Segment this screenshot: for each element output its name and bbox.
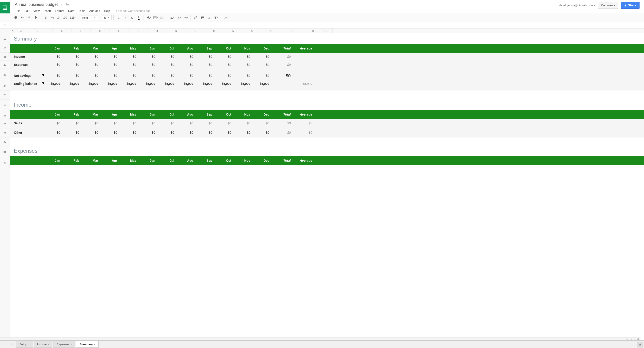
cell[interactable]: $0 — [62, 131, 82, 134]
increase-decimal-button[interactable]: .00→ — [63, 15, 69, 21]
cell[interactable]: $0 — [252, 121, 272, 125]
all-sheets-icon[interactable] — [9, 341, 14, 342]
v-align-button[interactable]: ▾ — [176, 15, 182, 21]
average-cell[interactable]: $0 — [293, 131, 314, 134]
col-header[interactable]: Q — [281, 29, 302, 33]
scroll-left-start-icon[interactable]: |◂ — [626, 338, 629, 340]
col-header[interactable]: J — [148, 29, 167, 33]
cell[interactable]: $0 — [100, 74, 120, 77]
cell[interactable]: $5,000 — [196, 82, 214, 86]
cell[interactable]: $0 — [176, 63, 196, 67]
col-header[interactable]: H — [110, 29, 129, 33]
col-header[interactable]: A ◂ — [10, 29, 16, 33]
col-header[interactable]: D — [22, 29, 53, 33]
cell[interactable]: $0 — [214, 63, 234, 67]
doc-title[interactable]: Annual business budget — [14, 2, 58, 8]
print-icon[interactable] — [12, 15, 19, 21]
cell[interactable]: $0 — [120, 121, 138, 125]
cell[interactable]: $0 — [196, 63, 214, 67]
folder-icon[interactable] — [66, 3, 69, 7]
cell[interactable]: $0 — [176, 121, 196, 125]
average-cell[interactable]: $0 — [293, 121, 314, 125]
cell[interactable]: $0 — [196, 131, 214, 134]
col-header[interactable]: P — [262, 29, 281, 33]
cell[interactable]: $0 — [176, 131, 196, 134]
h-align-button[interactable]: ▾ — [169, 15, 175, 21]
row-header[interactable]: 21 — [0, 53, 10, 61]
explore-button[interactable] — [637, 342, 643, 342]
scroll-right-end-icon[interactable]: ▸| — [636, 338, 640, 340]
cell[interactable]: $0 — [138, 131, 158, 134]
row-label[interactable]: Expenses — [10, 63, 44, 67]
sheet-tab-expenses[interactable]: Expenses ▾ — [53, 341, 75, 342]
cell[interactable]: $0 — [120, 55, 138, 58]
cell[interactable]: $0 — [120, 131, 138, 134]
menu-view[interactable]: View — [32, 8, 41, 14]
cell[interactable]: $0 — [120, 74, 138, 77]
row-header[interactable]: 24 — [0, 81, 10, 91]
row-header[interactable]: 19 — [0, 33, 10, 44]
menu-data[interactable]: Data — [66, 8, 76, 14]
text-wrap-button[interactable]: ▾ — [182, 15, 189, 21]
col-header[interactable]: M — [205, 29, 224, 33]
cell[interactable]: $0 — [138, 121, 158, 125]
row-label[interactable]: Income — [10, 55, 44, 58]
share-button[interactable]: Share — [621, 2, 640, 9]
borders-button[interactable]: ▾ — [152, 15, 158, 21]
menu-file[interactable]: File — [14, 8, 22, 14]
text-color-button[interactable]: A — [136, 15, 142, 21]
cell[interactable]: $0 — [234, 63, 252, 67]
cell[interactable]: $0 — [82, 55, 100, 58]
cell[interactable]: $0 — [158, 55, 176, 58]
comments-button[interactable]: Comments — [598, 2, 618, 9]
cell[interactable]: $0 — [196, 74, 214, 77]
total-cell[interactable]: $0 — [272, 55, 293, 58]
cell[interactable]: $0 — [214, 131, 234, 134]
cell[interactable]: $0 — [234, 74, 252, 77]
scroll-left-icon[interactable]: ◂ — [630, 338, 632, 340]
row-header[interactable]: 27 — [0, 111, 10, 120]
cell[interactable]: $0 — [138, 63, 158, 67]
total-cell[interactable]: $0 — [272, 63, 293, 67]
col-header[interactable]: C — [19, 29, 22, 33]
cell[interactable]: $0 — [158, 63, 176, 67]
redo-icon[interactable] — [26, 15, 32, 21]
row-label[interactable]: Sales — [10, 121, 44, 125]
row-header[interactable]: 22 — [0, 61, 10, 69]
menu-help[interactable]: Help — [102, 8, 112, 14]
col-header[interactable]: G — [91, 29, 110, 33]
cell[interactable]: $5,000 — [234, 82, 252, 86]
functions-button[interactable]: Σ ▾ — [223, 15, 229, 21]
sheet-tab-summary[interactable]: Summary ▾ — [76, 341, 98, 342]
row-header[interactable]: 28 — [0, 120, 10, 129]
cell[interactable]: $0 — [234, 55, 252, 58]
cell[interactable]: $0 — [252, 63, 272, 67]
font-size-select[interactable]: 6▾ — [102, 15, 112, 20]
col-header[interactable] — [16, 29, 19, 33]
decrease-decimal-button[interactable]: .0← — [56, 15, 62, 21]
cell[interactable]: $0 — [44, 63, 62, 67]
cell[interactable]: $0 — [62, 63, 82, 67]
cell[interactable]: $0 — [214, 121, 234, 125]
col-header[interactable]: E — [53, 29, 72, 33]
cell[interactable]: $5,000 — [100, 82, 120, 86]
last-edit-status[interactable]: Last edit was seconds ago — [116, 9, 150, 13]
merge-cells-button[interactable]: ▾ — [159, 15, 165, 21]
cell[interactable]: $0 — [100, 55, 120, 58]
italic-button[interactable]: I — [122, 15, 128, 21]
cell[interactable]: $0 — [62, 74, 82, 77]
insert-comment-button[interactable] — [199, 15, 206, 21]
col-header[interactable]: O — [243, 29, 262, 33]
row-header[interactable]: 29 — [0, 129, 10, 138]
cell[interactable]: $0 — [44, 131, 62, 134]
menu-tools[interactable]: Tools — [76, 8, 87, 14]
row-label[interactable]: Other — [10, 131, 44, 134]
total-cell[interactable]: $0 — [272, 131, 293, 134]
col-header[interactable]: I — [129, 29, 148, 33]
cell[interactable]: $0 — [252, 74, 272, 77]
cell[interactable]: $0 — [196, 121, 214, 125]
col-header[interactable]: K — [167, 29, 186, 33]
col-header[interactable]: R — [302, 29, 324, 33]
cell[interactable]: $0 — [100, 63, 120, 67]
grid-body[interactable]: Summary JanFebMarAprMayJunJulAugSepOctNo… — [10, 33, 644, 342]
